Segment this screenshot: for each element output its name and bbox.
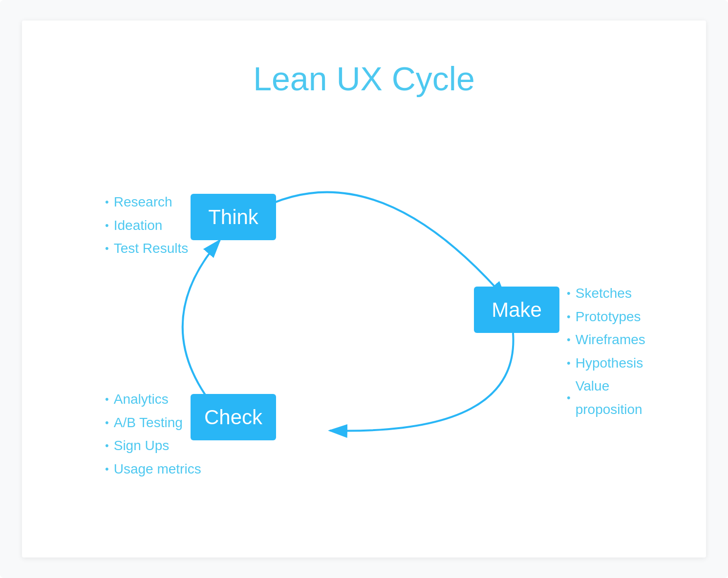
think-list: Research Ideation Test Results [105, 190, 188, 260]
page-title: Lean UX Cycle [22, 60, 706, 98]
list-item: Research [105, 190, 188, 214]
list-item: Sign Ups [105, 434, 201, 457]
check-node: Check [191, 394, 276, 440]
make-label: Make [492, 298, 542, 322]
list-item: Analytics [105, 388, 201, 411]
diagram: Think Make Check Research Ideation Test … [95, 118, 633, 518]
list-item: Ideation [105, 214, 188, 237]
list-item: Test Results [105, 237, 188, 260]
list-item: Hypothesis [567, 351, 645, 375]
make-node: Make [474, 287, 559, 333]
think-label: Think [208, 206, 258, 229]
check-list: Analytics A/B Testing Sign Ups Usage met… [105, 388, 201, 480]
check-label: Check [204, 406, 262, 429]
make-list: Sketches Prototypes Wireframes Hypothesi… [567, 282, 645, 421]
list-item: Usage metrics [105, 457, 201, 481]
list-item: A/B Testing [105, 411, 201, 434]
list-item: Value proposition [567, 374, 645, 421]
list-item: Prototypes [567, 305, 645, 329]
list-item: Wireframes [567, 328, 645, 351]
think-node: Think [191, 194, 276, 240]
list-item: Sketches [567, 282, 645, 305]
slide: Lean UX Cycle [22, 21, 706, 557]
page-wrapper: Lean UX Cycle [0, 0, 728, 578]
